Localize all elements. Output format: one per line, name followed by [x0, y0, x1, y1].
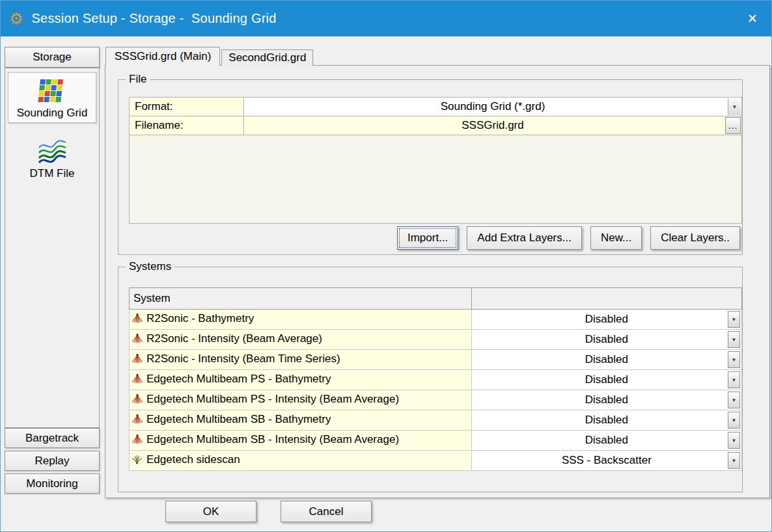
sidebar-item-label: Sounding Grid — [17, 107, 88, 120]
systems-group: Systems System R2Sonic - BathymetryDisab… — [118, 267, 743, 492]
multibeam-icon — [131, 393, 144, 408]
sidebar-item-storage[interactable]: Storage — [5, 47, 100, 68]
system-name-cell[interactable]: R2Sonic - Intensity (Beam Time Series) — [130, 350, 472, 370]
table-row: R2Sonic - Intensity (Beam Time Series)Di… — [130, 350, 742, 370]
table-header-row: System — [130, 288, 742, 310]
clear-layers-button[interactable]: Clear Layers.. — [650, 226, 740, 250]
system-status-combobox[interactable]: Disabled▼ — [471, 350, 741, 370]
multibeam-icon — [131, 333, 144, 347]
system-status-value: Disabled — [585, 373, 628, 386]
tab-content-panel: File Format: Sounding Grid (*.grd) ▼ Fil… — [105, 65, 770, 498]
system-name-cell[interactable]: Edgetech Multibeam SB - Intensity (Beam … — [130, 431, 472, 451]
system-name-label: R2Sonic - Intensity (Beam Time Series) — [146, 352, 340, 365]
system-name-cell[interactable]: R2Sonic - Bathymetry — [130, 310, 472, 330]
status-column-header — [471, 288, 741, 310]
sidebar-item-sounding-grid[interactable]: Sounding Grid — [8, 72, 96, 123]
chevron-down-icon[interactable]: ▼ — [728, 371, 740, 388]
table-row: Edgetech Multibeam PS - Intensity (Beam … — [130, 390, 742, 410]
title-bar: ⚙ Session Setup - Storage - Sounding Gri… — [1, 1, 771, 36]
system-status-value: Disabled — [585, 393, 628, 406]
system-name-label: R2Sonic - Intensity (Beam Average) — [146, 332, 322, 345]
filename-value: SSSGrid.grd — [462, 119, 523, 132]
filename-label: Filename: — [130, 116, 244, 135]
sidebar-panel: Sounding Grid DTM File — [5, 68, 100, 428]
window-title: Session Setup - Storage - Sounding Grid — [32, 11, 277, 26]
sounding-grid-icon — [38, 77, 66, 105]
systems-table-body: R2Sonic - BathymetryDisabled▼R2Sonic - I… — [130, 310, 742, 471]
system-name-label: Edgetech Multibeam PS - Bathymetry — [146, 373, 331, 385]
multibeam-icon — [131, 414, 144, 428]
systems-table: System R2Sonic - BathymetryDisabled▼R2So… — [129, 287, 742, 471]
chevron-down-icon[interactable]: ▼ — [728, 331, 740, 348]
sidebar-item-monitoring[interactable]: Monitoring — [5, 473, 100, 494]
table-row: R2Sonic - Intensity (Beam Average)Disabl… — [130, 330, 742, 350]
chevron-down-icon[interactable]: ▼ — [728, 351, 740, 368]
new-button[interactable]: New... — [590, 226, 642, 250]
system-name-cell[interactable]: Edgetech Multibeam SB - Bathymetry — [130, 410, 472, 431]
cancel-button[interactable]: Cancel — [281, 501, 372, 522]
tab-secondgrid[interactable]: SecondGrid.grd — [221, 49, 313, 66]
multibeam-icon — [131, 434, 144, 448]
system-status-combobox[interactable]: Disabled▼ — [471, 310, 741, 330]
system-status-value: Disabled — [585, 434, 628, 446]
system-name-cell[interactable]: R2Sonic - Intensity (Beam Average) — [130, 330, 472, 350]
dtm-file-icon — [37, 137, 67, 166]
file-group: File Format: Sounding Grid (*.grd) ▼ Fil… — [118, 79, 743, 255]
chevron-down-icon[interactable]: ▼ — [728, 452, 740, 469]
tab-strip: SSSGrid.grd (Main) SecondGrid.grd — [105, 47, 313, 66]
multibeam-icon — [131, 373, 144, 388]
import-button[interactable]: Import... — [397, 226, 458, 250]
chevron-down-icon[interactable]: ▼ — [728, 392, 740, 408]
close-button[interactable]: ✕ — [734, 1, 771, 36]
table-row: Edgetech sidescanSSS - Backscatter▼ — [130, 451, 742, 471]
gear-icon: ⚙ — [9, 11, 23, 27]
format-value: Sounding Grid (*.grd) — [441, 100, 545, 113]
chevron-down-icon[interactable]: ▼ — [728, 412, 740, 429]
table-row: R2Sonic - BathymetryDisabled▼ — [130, 310, 742, 330]
sidescan-icon — [131, 454, 144, 468]
system-name-label: R2Sonic - Bathymetry — [146, 312, 254, 325]
session-setup-dialog: ⚙ Session Setup - Storage - Sounding Gri… — [0, 0, 772, 532]
system-status-value: SSS - Backscatter — [562, 454, 652, 466]
table-row: Edgetech Multibeam SB - BathymetryDisabl… — [130, 410, 742, 431]
format-combobox[interactable]: Sounding Grid (*.grd) ▼ — [244, 98, 741, 116]
system-status-combobox[interactable]: Disabled▼ — [471, 431, 741, 451]
system-status-value: Disabled — [585, 353, 628, 366]
system-status-combobox[interactable]: Disabled▼ — [471, 410, 741, 431]
ok-button[interactable]: OK — [165, 501, 256, 522]
sidebar-item-replay[interactable]: Replay — [5, 451, 100, 471]
filename-row: Filename: SSSGrid.grd ... — [130, 116, 741, 135]
file-properties-area: Format: Sounding Grid (*.grd) ▼ Filename… — [129, 97, 742, 224]
add-extra-layers-button[interactable]: Add Extra Layers... — [467, 226, 582, 250]
system-status-value: Disabled — [585, 333, 628, 345]
chevron-down-icon[interactable]: ▼ — [728, 432, 740, 449]
system-name-cell[interactable]: Edgetech sidescan — [130, 451, 472, 471]
file-buttons-row: Import... Add Extra Layers... New... Cle… — [397, 226, 740, 250]
system-column-header: System — [130, 288, 472, 310]
system-name-label: Edgetech sidescan — [146, 453, 240, 466]
format-label: Format: — [130, 98, 244, 116]
close-icon: ✕ — [747, 11, 758, 26]
table-row: Edgetech Multibeam SB - Intensity (Beam … — [130, 431, 742, 451]
sidebar-item-bargetrack[interactable]: Bargetrack — [5, 428, 100, 448]
system-status-combobox[interactable]: Disabled▼ — [471, 330, 741, 350]
file-group-title: File — [126, 73, 150, 86]
system-status-combobox[interactable]: Disabled▼ — [471, 390, 741, 410]
system-name-label: Edgetech Multibeam PS - Intensity (Beam … — [146, 393, 399, 405]
system-name-cell[interactable]: Edgetech Multibeam PS - Intensity (Beam … — [130, 390, 472, 410]
chevron-down-icon[interactable]: ▼ — [728, 311, 740, 328]
system-status-combobox[interactable]: SSS - Backscatter▼ — [471, 451, 741, 471]
filename-field[interactable]: SSSGrid.grd ... — [244, 116, 741, 135]
tab-sssgrid-main[interactable]: SSSGrid.grd (Main) — [105, 47, 220, 66]
system-status-value: Disabled — [585, 414, 628, 426]
chevron-down-icon[interactable]: ▼ — [728, 98, 741, 115]
format-row: Format: Sounding Grid (*.grd) ▼ — [130, 98, 741, 116]
system-status-combobox[interactable]: Disabled▼ — [471, 370, 741, 390]
sidebar-item-dtm-file[interactable]: DTM File — [8, 133, 96, 183]
system-name-cell[interactable]: Edgetech Multibeam PS - Bathymetry — [130, 370, 472, 390]
system-name-label: Edgetech Multibeam SB - Bathymetry — [146, 413, 331, 425]
system-status-value: Disabled — [585, 313, 628, 325]
multibeam-icon — [131, 313, 144, 327]
system-name-label: Edgetech Multibeam SB - Intensity (Beam … — [146, 433, 399, 446]
browse-button[interactable]: ... — [725, 117, 741, 134]
